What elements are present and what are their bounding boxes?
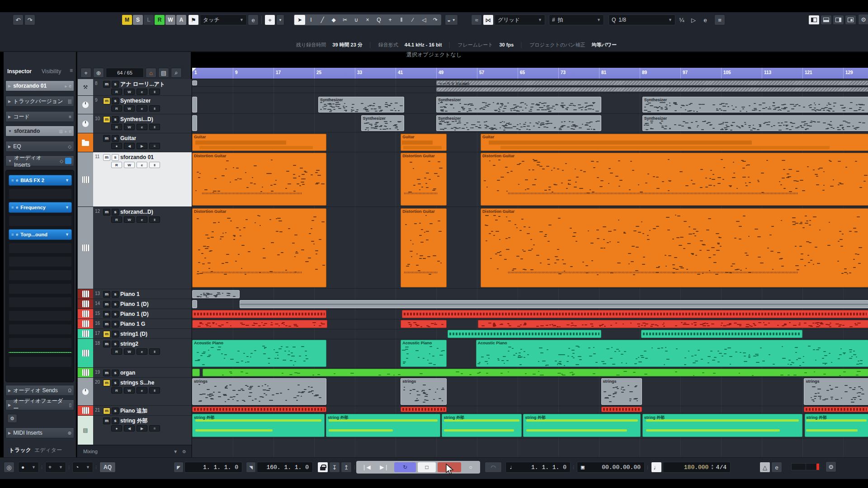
automation-edit-button[interactable]: e: [248, 14, 259, 25]
automation-s-button[interactable]: S: [133, 15, 143, 25]
event-clip-synthesizer[interactable]: Synthesizer: [361, 115, 405, 131]
chevron-down-icon[interactable]: ▼: [173, 449, 178, 454]
insert-slot-empty[interactable]: [9, 270, 72, 281]
event-clip-guitar[interactable]: Guitar: [481, 134, 868, 151]
track-sub-button-x[interactable]: ▶: [137, 425, 147, 432]
undo-icon[interactable]: ↶: [13, 14, 24, 25]
event-clip[interactable]: [192, 407, 326, 412]
track-color-cell[interactable]: [78, 152, 93, 206]
iterative-quantize-icon[interactable]: ¼: [676, 14, 687, 25]
insert-bypass-icon[interactable]: ≡: [11, 178, 14, 183]
mute-button[interactable]: m: [103, 408, 110, 414]
stop-button[interactable]: □: [418, 462, 436, 472]
time-display-field[interactable]: ▣ 00.00.00.00: [577, 462, 645, 473]
event-clip-guitar[interactable]: Guitar: [192, 134, 326, 151]
track-row--[interactable]: ⚒8msアナ ローリ...アトRWe‖: [78, 79, 192, 96]
search-icon[interactable]: ⌕: [171, 68, 182, 78]
section-icon[interactable]: ≡: [69, 114, 71, 119]
track-sub-button-w[interactable]: W: [124, 348, 135, 355]
event-clip[interactable]: [192, 115, 197, 131]
insert-slot-bias-fx-2[interactable]: ≡eBIAS FX 2▼: [9, 175, 72, 186]
mute-button[interactable]: m: [103, 81, 110, 88]
track-color-cell[interactable]: [78, 289, 93, 299]
lock-punch-button[interactable]: [317, 462, 328, 473]
filter-track-types-icon[interactable]: ⌂: [146, 68, 156, 78]
track-sub-button-x[interactable]: ‖: [149, 89, 160, 95]
tab-visibility[interactable]: Visibility: [42, 68, 61, 75]
automation-w-button[interactable]: W: [165, 15, 175, 25]
expand-arrow-icon[interactable]: ▶: [8, 99, 11, 103]
solo-button[interactable]: s: [112, 321, 119, 328]
track-color-cell[interactable]: [78, 319, 93, 328]
solo-button[interactable]: s: [112, 135, 119, 142]
track-row-piano-[interactable]: 21msPiano 追加: [78, 406, 192, 416]
event-clip[interactable]: [401, 320, 446, 328]
mute-tool[interactable]: ×: [362, 15, 373, 25]
chevron-down-icon[interactable]: ▼: [65, 178, 69, 183]
draw-tool[interactable]: ╱: [317, 15, 328, 25]
mute-button[interactable]: m: [103, 116, 110, 123]
object-selection-tool[interactable]: ➤: [294, 15, 305, 25]
track-sub-button-e[interactable]: e: [137, 348, 147, 355]
quantize-panel-button[interactable]: e: [700, 14, 711, 25]
inspector-section-track-name[interactable]: ▶sforzando 01▸e: [5, 80, 74, 91]
mute-button[interactable]: m: [103, 291, 110, 298]
automation-m-button[interactable]: M: [122, 15, 132, 25]
position-field[interactable]: ♩ 1. 1. 1. 0: [505, 462, 571, 473]
solo-button[interactable]: s: [112, 418, 119, 424]
right-zone-button[interactable]: [833, 15, 844, 25]
gear-icon[interactable]: ⚙: [182, 449, 186, 454]
line-tool[interactable]: ∕: [407, 15, 418, 25]
track-sub-button-x[interactable]: ●: [111, 143, 122, 149]
solo-button[interactable]: s: [112, 291, 119, 298]
track-color-cell[interactable]: [78, 96, 93, 114]
audio-alignment-dropdown[interactable]: + ▼: [45, 462, 66, 473]
track-sub-button-r[interactable]: R: [111, 162, 122, 168]
track-color-cell[interactable]: [78, 207, 93, 289]
section-icon[interactable]: e: [69, 84, 71, 89]
event-clip[interactable]: [192, 80, 197, 85]
event-clip-synthesizer[interactable]: Synthesizer: [436, 115, 601, 131]
event-clip-acoustic-piano[interactable]: Acoustic Piano: [192, 340, 326, 367]
track-row-piano-1-d-[interactable]: 14msPiano 1 (D): [78, 299, 192, 309]
track-sub-button-r[interactable]: R: [111, 105, 122, 112]
automation-l-button[interactable]: L: [144, 15, 154, 25]
expand-arrow-icon[interactable]: ▶: [8, 84, 11, 88]
mute-button[interactable]: m: [103, 135, 110, 142]
event-clip-strings[interactable]: strings: [401, 378, 446, 405]
colorize-tool[interactable]: ◒ ▼: [445, 14, 458, 25]
expand-arrow-icon[interactable]: ▼: [8, 129, 12, 133]
midi-input-dropdown[interactable]: ◔ ▼: [72, 462, 93, 473]
mute-button[interactable]: m: [103, 321, 110, 328]
track-color-cell[interactable]: [78, 133, 93, 152]
track-color-cell[interactable]: ▤: [78, 416, 93, 445]
section-icon[interactable]: ▸: [65, 129, 67, 134]
track-row-sforzand-d-[interactable]: 12mssforzand...D)RWe‖: [78, 207, 192, 289]
track-sub-button-w[interactable]: W: [124, 387, 135, 394]
snap-type-dropdown[interactable]: グリッド ▼: [495, 14, 545, 25]
track-color-cell[interactable]: [78, 309, 93, 319]
left-locator-flag-icon[interactable]: ◤: [174, 462, 184, 473]
event-clip[interactable]: [240, 300, 868, 308]
tempo-stepper[interactable]: ▲▼: [711, 464, 713, 470]
tempo-field[interactable]: 180.000 ▲▼ 4/4: [663, 462, 731, 473]
right-locator-flag-icon[interactable]: ◥: [246, 462, 256, 473]
track-sub-button-x[interactable]: ≡: [149, 425, 160, 432]
track-sub-button-r[interactable]: R: [111, 124, 122, 130]
event-clip[interactable]: [192, 369, 200, 376]
insert-slot-torp-ound[interactable]: ≡eTorp...ound▼: [9, 229, 72, 240]
combine-tool-dropdown[interactable]: ▼: [276, 14, 284, 25]
mute-button[interactable]: m: [103, 370, 110, 376]
track-sub-button-x[interactable]: ‖: [149, 105, 160, 112]
scrub-tool[interactable]: ↷: [430, 15, 441, 25]
event-clip-string-[interactable]: string 外部: [442, 414, 522, 437]
insert-slot-empty[interactable]: [9, 324, 72, 335]
event-clip-synthesizer[interactable]: Synthesizer: [436, 97, 601, 113]
track-sub-button-x[interactable]: ◀: [124, 425, 135, 432]
mute-button[interactable]: m: [103, 209, 110, 216]
event-clip--gumi-[interactable]: コーラス (GUMI): [436, 80, 868, 85]
event-clip[interactable]: [192, 300, 197, 308]
event-clip-synthesizer[interactable]: Synthesizer: [642, 97, 868, 113]
track-row-piano-1[interactable]: 13msPiano 1: [78, 289, 192, 299]
insert-slot-frequency[interactable]: ≡eFrequency▼: [9, 202, 72, 213]
